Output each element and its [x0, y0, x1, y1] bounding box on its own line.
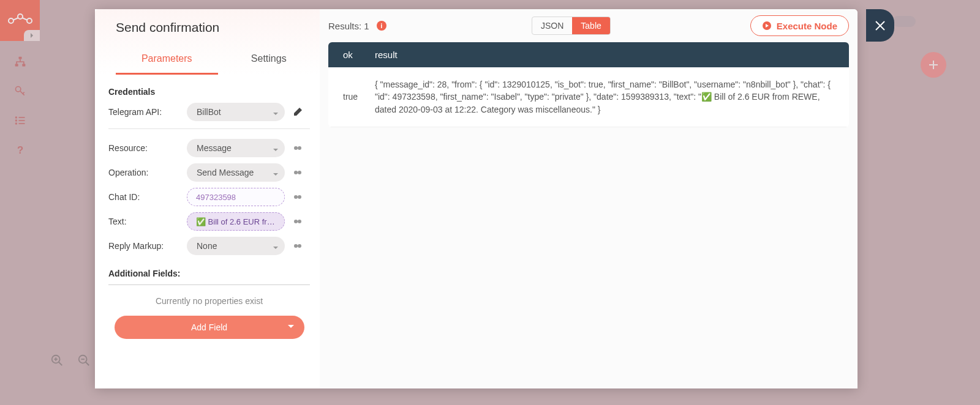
tab-parameters[interactable]: Parameters [116, 46, 218, 73]
column-result: result [375, 50, 834, 60]
resource-label: Resource: [108, 143, 187, 153]
svg-point-0 [9, 18, 13, 23]
operation-label: Operation: [108, 168, 187, 177]
gear-icon [293, 168, 303, 177]
table-row[interactable]: true { "message_id": 28, "from": { "id":… [328, 67, 849, 127]
telegram-credential-select[interactable]: BillBot [187, 103, 285, 121]
key-icon [14, 85, 26, 97]
svg-point-33 [294, 244, 298, 248]
resource-value: Message [197, 143, 232, 153]
svg-rect-13 [18, 120, 24, 121]
sidebar-expand-button[interactable] [24, 30, 40, 41]
reply-markup-value: None [197, 241, 217, 251]
svg-point-26 [298, 146, 301, 150]
svg-rect-14 [18, 123, 24, 124]
chevron-right-icon [29, 32, 35, 39]
panel-header: Send confirmation Parameters Settings [95, 9, 320, 75]
gear-icon [293, 241, 303, 251]
view-table-button[interactable]: Table [572, 17, 609, 34]
add-field-label: Add Field [191, 322, 227, 332]
resource-options-button[interactable] [291, 141, 304, 155]
reply-markup-select[interactable]: None [187, 237, 285, 255]
chevron-down-icon [273, 243, 279, 249]
close-icon [873, 19, 887, 32]
svg-line-3 [13, 18, 18, 20]
svg-point-11 [15, 122, 17, 124]
svg-rect-7 [22, 64, 25, 66]
reply-markup-options-button[interactable] [291, 239, 304, 253]
chat-id-options-button[interactable] [291, 190, 304, 204]
workflow-active-toggle[interactable] [892, 16, 916, 27]
svg-point-2 [27, 18, 32, 23]
text-input[interactable]: ✅ Bill of 2.6 EUR fr ... [187, 212, 285, 231]
svg-rect-5 [18, 57, 21, 59]
add-node-button[interactable] [921, 52, 946, 78]
text-value: ✅ Bill of 2.6 EUR fr ... [196, 217, 276, 226]
chevron-down-icon [273, 145, 279, 151]
chat-id-input[interactable]: 497323598 [187, 188, 285, 206]
results-topbar: Results: 1 i JSON Table Execute Node [320, 9, 858, 42]
cell-result: { "message_id": 28, "from": { "id": 1329… [375, 78, 834, 116]
close-modal-button[interactable] [866, 9, 894, 42]
execute-node-button[interactable]: Execute Node [750, 15, 849, 36]
reply-markup-label: Reply Markup: [108, 241, 187, 251]
zoom-in-button[interactable] [49, 352, 65, 368]
additional-fields-label: Additional Fields: [108, 269, 310, 278]
add-field-button[interactable]: Add Field [115, 316, 304, 339]
svg-line-21 [86, 362, 89, 366]
list-icon [14, 114, 26, 127]
svg-line-4 [22, 18, 28, 20]
results-panel: Results: 1 i JSON Table Execute Node ok … [320, 9, 858, 388]
sidebar-item-executions[interactable] [12, 112, 29, 129]
parameters-body: Credentials Telegram API: BillBot Resour… [95, 75, 320, 339]
operation-select[interactable]: Send Message [187, 163, 285, 182]
telegram-api-label: Telegram API: [108, 107, 187, 117]
credentials-section-label: Credentials [108, 87, 310, 97]
operation-options-button[interactable] [291, 166, 304, 179]
svg-point-10 [15, 119, 17, 121]
svg-point-29 [294, 195, 298, 199]
results-table: ok result true { "message_id": 28, "from… [328, 42, 849, 127]
panel-tabs: Parameters Settings [116, 46, 320, 73]
row-divider [328, 127, 849, 127]
divider [108, 284, 310, 285]
workflow-icon [8, 13, 32, 29]
svg-rect-6 [15, 64, 18, 66]
svg-rect-12 [18, 117, 24, 118]
operation-value: Send Message [197, 168, 254, 177]
chevron-down-icon [273, 109, 279, 115]
svg-point-31 [294, 220, 298, 223]
telegram-credential-value: BillBot [197, 107, 221, 117]
sidebar-item-credentials[interactable] [12, 83, 29, 100]
sidebar-item-help[interactable]: ? [12, 141, 29, 158]
svg-point-30 [298, 195, 301, 199]
zoom-out-button[interactable] [76, 352, 92, 368]
gear-icon [293, 143, 303, 153]
chevron-down-icon [287, 322, 295, 332]
svg-line-17 [59, 362, 62, 366]
app-logo[interactable] [0, 0, 40, 41]
edit-credential-button[interactable] [291, 105, 304, 119]
text-label: Text: [108, 217, 187, 226]
view-json-button[interactable]: JSON [532, 17, 572, 34]
svg-point-9 [15, 116, 17, 118]
plus-icon [928, 59, 939, 70]
cell-ok: true [343, 78, 375, 116]
pencil-icon [293, 107, 303, 117]
divider [108, 128, 310, 129]
view-mode-toggle: JSON Table [532, 17, 611, 35]
svg-point-34 [298, 244, 301, 248]
svg-point-27 [294, 171, 298, 174]
svg-point-28 [298, 171, 301, 174]
resource-select[interactable]: Message [187, 139, 285, 157]
info-icon[interactable]: i [377, 21, 386, 31]
svg-point-8 [15, 87, 20, 92]
sitemap-icon [14, 56, 26, 68]
play-circle-icon [762, 21, 772, 31]
text-options-button[interactable] [291, 215, 304, 228]
node-editor-modal: Send confirmation Parameters Settings Cr… [95, 9, 858, 388]
chat-id-label: Chat ID: [108, 192, 187, 202]
tab-settings[interactable]: Settings [218, 46, 320, 73]
sidebar-item-workflows[interactable] [12, 53, 29, 70]
chat-id-value: 497323598 [196, 193, 236, 202]
